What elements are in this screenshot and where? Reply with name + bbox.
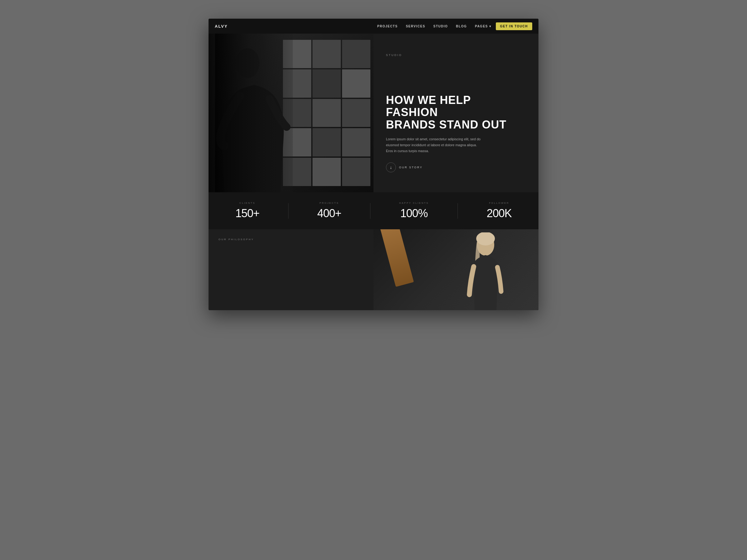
philosophy-right-col xyxy=(374,229,538,310)
stat-divider xyxy=(370,203,370,219)
standing-figure-icon xyxy=(451,232,520,310)
nav-link-studio[interactable]: STUDIO xyxy=(430,23,452,30)
nav-link-pages[interactable]: PAGES ▾ xyxy=(471,23,495,30)
hero-heading: HOW WE HELP FASHION BRANDS STAND OUT xyxy=(386,94,526,131)
arrow-down-icon: ↓ xyxy=(390,165,392,170)
hero-section-label: STUDIO xyxy=(386,54,526,57)
stat-clients-label: CLIENTS xyxy=(235,202,259,205)
philosophy-section: OUR PHILOSOPHY xyxy=(209,229,538,310)
nav-links: PROJECTS SERVICES STUDIO BLOG PAGES ▾ GE… xyxy=(374,22,532,30)
stat-follower-label: FOLLOWER xyxy=(487,202,512,205)
site-logo[interactable]: ALVY xyxy=(215,24,228,29)
stats-section: CLIENTS 150+ PROJECTS 400+ HAPPY CLIENTS… xyxy=(209,192,538,229)
photo-cell xyxy=(312,40,341,68)
svg-point-3 xyxy=(476,232,495,245)
hero-content-column: STUDIO HOW WE HELP FASHION BRANDS STAND … xyxy=(374,34,538,192)
stat-divider xyxy=(458,203,458,219)
navbar: ALVY PROJECTS SERVICES STUDIO BLOG PAGES… xyxy=(209,19,538,34)
hero-image xyxy=(209,34,374,192)
stat-happy-clients: HAPPY CLIENTS 100% xyxy=(399,202,429,220)
stat-clients: CLIENTS 150+ xyxy=(235,202,259,220)
hero-cta-circle: ↓ xyxy=(386,162,396,172)
hero-section: STUDIO HOW WE HELP FASHION BRANDS STAND … xyxy=(209,34,538,192)
stat-happy-clients-value: 100% xyxy=(399,207,429,220)
browser-window: ALVY PROJECTS SERVICES STUDIO BLOG PAGES… xyxy=(209,19,538,310)
stat-divider xyxy=(288,203,288,219)
hero-cta-label: OUR STORY xyxy=(399,166,423,169)
photo-cell xyxy=(312,158,341,186)
stat-happy-clients-label: HAPPY CLIENTS xyxy=(399,202,429,205)
photo-cell xyxy=(312,99,341,127)
stat-follower: FOLLOWER 200K xyxy=(487,202,512,220)
nav-link-services[interactable]: SERVICES xyxy=(402,23,429,30)
stat-projects-label: PROJECTS xyxy=(317,202,341,205)
hero-body-text: Lorem ipsum dolor sit amet, consectetur … xyxy=(386,136,483,154)
hero-cta-button[interactable]: ↓ OUR STORY xyxy=(386,162,423,172)
stat-projects: PROJECTS 400+ xyxy=(317,202,341,220)
philosophy-label: OUR PHILOSOPHY xyxy=(218,238,364,241)
hero-image-column xyxy=(209,34,374,192)
philosophy-left-col: OUR PHILOSOPHY xyxy=(209,229,374,310)
diagonal-decor xyxy=(380,229,414,287)
philosophy-image xyxy=(374,229,538,310)
nav-cta-button[interactable]: GET IN TOUCH xyxy=(496,22,532,30)
stat-clients-value: 150+ xyxy=(235,207,259,220)
photo-cell xyxy=(342,128,370,157)
photo-cell xyxy=(312,70,341,98)
stat-projects-value: 400+ xyxy=(317,207,341,220)
photo-cell xyxy=(342,70,370,98)
nav-link-projects[interactable]: PROJECTS xyxy=(374,23,402,30)
person-silhouette-icon xyxy=(209,34,300,192)
photo-cell xyxy=(312,128,341,157)
photo-cell xyxy=(342,40,370,68)
nav-link-blog[interactable]: BLOG xyxy=(452,23,471,30)
photo-cell xyxy=(342,99,370,127)
stat-follower-value: 200K xyxy=(487,207,512,220)
svg-rect-1 xyxy=(215,34,293,192)
photo-cell xyxy=(342,158,370,186)
